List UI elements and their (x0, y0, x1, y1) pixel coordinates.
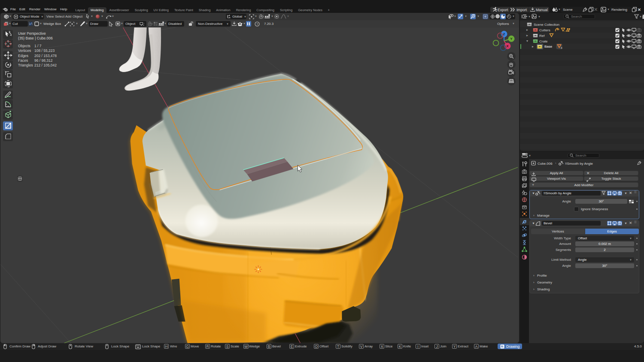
svg-text:Y: Y (510, 37, 513, 41)
svg-text:Z: Z (503, 32, 505, 36)
svg-text:8: 8 (561, 47, 562, 49)
svg-text:X: X (506, 44, 509, 48)
svg-text:?: ? (256, 22, 258, 26)
svg-text:4: 4 (565, 30, 565, 33)
